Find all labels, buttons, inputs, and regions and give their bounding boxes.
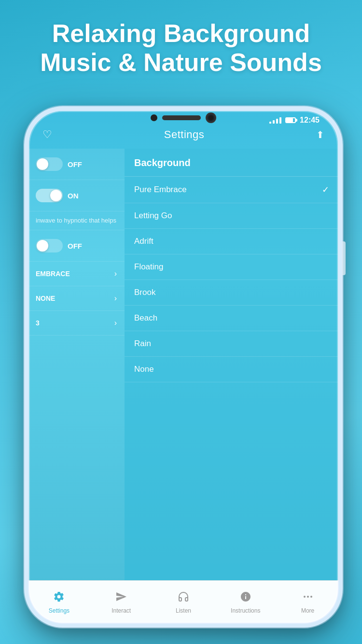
dropdown-header: Background (125, 149, 339, 177)
tab-more[interactable]: More (277, 587, 339, 618)
dropdown-panel: Background Pure Embrace✓Letting GoAdrift… (125, 149, 339, 590)
description-text: inwave to hypnotic that helps (36, 216, 116, 225)
instructions-icon (240, 591, 251, 605)
description-row: inwave to hypnotic that helps (28, 211, 125, 230)
more-icon (302, 591, 314, 605)
instructions-label: Instructions (231, 607, 260, 614)
bottom-navigation: Settings Interact Listen Instructions Mo… (28, 580, 339, 624)
toggle-third[interactable] (36, 239, 63, 252)
svg-point-1 (307, 596, 309, 598)
tab-listen[interactable]: Listen (153, 587, 215, 618)
listen-label: Listen (176, 607, 191, 614)
battery-fill (286, 118, 293, 122)
dropdown-item-label: Beach (134, 313, 157, 323)
tab-settings[interactable]: Settings (28, 587, 90, 618)
hero-title: Relaxing Background Music & Nature Sound… (0, 0, 362, 92)
dropdown-item-floating[interactable]: Floating (125, 254, 339, 280)
status-bar: 12:45 (28, 110, 339, 125)
dropdown-item-label: None (134, 364, 154, 374)
nav-label-none: NONE (36, 294, 55, 302)
settings-label: Settings (49, 607, 70, 614)
signal-bar-4 (279, 117, 281, 124)
dropdown-item-rain[interactable]: Rain (125, 331, 339, 357)
checkmark-icon: ✓ (322, 184, 329, 195)
toggle-knob-2 (50, 190, 62, 201)
tab-instructions[interactable]: Instructions (214, 587, 277, 618)
dropdown-item-adrift[interactable]: Adrift (125, 229, 339, 254)
tab-interact[interactable]: Interact (90, 587, 153, 618)
dropdown-item-label: Letting Go (134, 211, 172, 221)
svg-point-2 (310, 596, 312, 598)
signal-bar-1 (269, 122, 271, 124)
left-panel: OFF ON inwave to hypnotic that helps OFF (28, 149, 125, 590)
signal-bar-2 (273, 120, 275, 124)
nav-label-sessions: 3 (36, 319, 40, 327)
nav-label-embrace: EMBRACE (36, 270, 70, 278)
phone-screen: 12:45 ♡ Settings ⬆ OFF (28, 110, 339, 624)
phone-frame-wrapper: 12:45 ♡ Settings ⬆ OFF (24, 106, 343, 628)
bottom-tabs: Settings Interact Listen Instructions Mo… (28, 587, 339, 618)
dropdown-item-pure-embrace[interactable]: Pure Embrace✓ (125, 177, 339, 203)
dropdown-item-letting-go[interactable]: Letting Go (125, 203, 339, 229)
content-area: OFF ON inwave to hypnotic that helps OFF (28, 149, 339, 590)
signal-indicator (269, 117, 281, 124)
nav-row-sessions[interactable]: 3 › (28, 311, 125, 336)
share-icon[interactable]: ⬆ (316, 129, 324, 140)
nav-row-none[interactable]: NONE › (28, 286, 125, 311)
listen-icon (178, 591, 189, 605)
toggle-row-1: OFF (28, 149, 125, 180)
toggle-label-2: ON (68, 192, 79, 200)
toggle-knob-1 (37, 158, 48, 170)
battery-icon (285, 117, 296, 123)
nav-row-embrace[interactable]: EMBRACE › (28, 262, 125, 286)
svg-point-0 (304, 596, 306, 598)
toggle-row-3: OFF (28, 230, 125, 262)
toggle-knob-3 (37, 240, 48, 252)
toggle-label-3: OFF (68, 242, 82, 250)
nav-arrow-none: › (114, 294, 117, 303)
signal-bar-3 (276, 119, 278, 124)
page-title: Settings (164, 128, 205, 141)
dropdown-title: Background (134, 157, 191, 168)
toggle-background[interactable] (36, 157, 63, 171)
dropdown-item-label: Pure Embrace (134, 185, 187, 195)
heart-icon[interactable]: ♡ (42, 128, 52, 141)
status-time: 12:45 (300, 116, 320, 125)
dropdown-item-label: Floating (134, 262, 163, 272)
toggle-row-2: ON (28, 180, 125, 211)
power-button (342, 241, 346, 275)
dropdown-item-brook[interactable]: Brook (125, 280, 339, 306)
dropdown-item-label: Adrift (134, 237, 153, 246)
dropdown-item-label: Rain (134, 339, 151, 349)
more-label: More (301, 607, 314, 614)
toggle-brainwave[interactable] (36, 189, 63, 202)
interact-icon (115, 591, 127, 605)
app-header: ♡ Settings ⬆ (28, 125, 339, 149)
dropdown-list: Pure Embrace✓Letting GoAdriftFloatingBro… (125, 177, 339, 382)
toggle-label-1: OFF (68, 160, 82, 168)
dropdown-item-beach[interactable]: Beach (125, 306, 339, 331)
dropdown-item-none[interactable]: None (125, 357, 339, 382)
interact-label: Interact (111, 607, 131, 614)
dropdown-item-label: Brook (134, 288, 155, 297)
nav-arrow-embrace: › (114, 269, 117, 278)
settings-icon (53, 591, 65, 605)
nav-arrow-sessions: › (114, 319, 117, 327)
